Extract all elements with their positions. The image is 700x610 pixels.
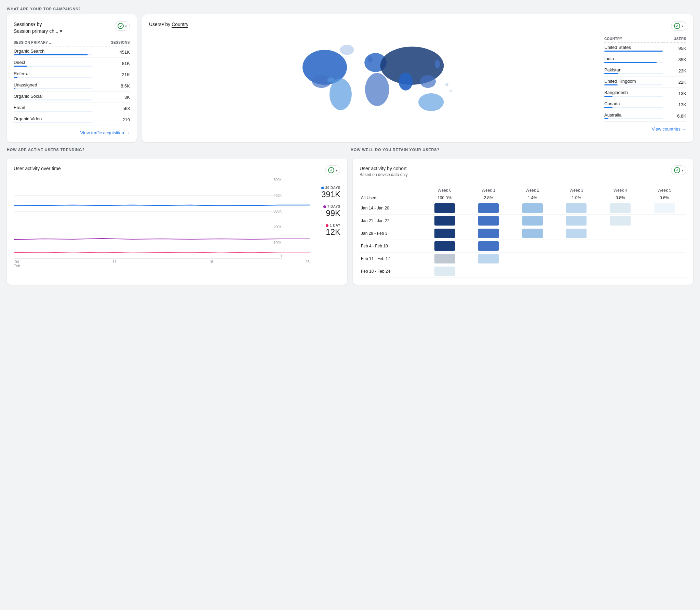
check-icon <box>118 23 124 29</box>
cohort-empty-1-5 <box>642 214 686 227</box>
week1-header: Week 1 <box>467 187 511 194</box>
country-row: Pakistan 23K <box>604 65 686 77</box>
country-value: 6.8K <box>663 110 686 122</box>
campaign-value: 563 <box>92 103 130 114</box>
section1-title: WHAT ARE YOUR TOP CAMPAIGNS? <box>7 7 693 11</box>
all-users-label: All Users <box>360 194 422 202</box>
sessions-label[interactable]: Sessions▾ <box>14 22 36 27</box>
view-countries-link[interactable]: View countries → <box>604 126 686 132</box>
cohort-cell-5-0 <box>422 265 467 277</box>
campaigns-card: Sessions▾ by Session primary ch... ▾ ▾ S… <box>7 14 137 142</box>
cohort-row-label: Feb 18 - Feb 24 <box>360 265 422 277</box>
country-label: India <box>604 54 663 65</box>
chevron-down-icon: ▾ <box>125 24 127 28</box>
legend-7days-label: 7 DAYS <box>323 205 340 208</box>
cohort-cell-0-4 <box>598 202 643 214</box>
country-options-btn[interactable]: ▾ <box>671 21 686 31</box>
campaigns-row: Unassigned 8.6K <box>14 80 130 92</box>
activity-card: User activity over time ▾ 500K 400K 300K… <box>7 159 347 285</box>
country-value: 23K <box>663 65 686 77</box>
campaign-label: Unassigned <box>14 80 92 92</box>
country-row: Canada 13K <box>604 99 686 110</box>
x-label-04: 04 <box>14 260 20 264</box>
cohort-cell-2-1 <box>467 227 511 240</box>
country-label: Australia <box>604 110 663 122</box>
x-label-25: 25 <box>306 260 310 264</box>
country-label: United States <box>604 42 663 54</box>
activity-options-btn[interactable]: ▾ <box>325 165 340 175</box>
all-users-week0: 100.0% <box>422 194 467 202</box>
cohort-empty-4-3 <box>554 252 598 265</box>
campaign-label: Organic Search <box>14 46 92 58</box>
cohort-row-label: Feb 11 - Feb 17 <box>360 252 422 265</box>
cohort-cell-3-0 <box>422 240 467 252</box>
campaign-value: 219 <box>92 114 130 125</box>
purple-dot <box>323 205 326 208</box>
country-table-area: COUNTRY USERS United States 95K India 85… <box>604 36 686 132</box>
cohort-table: Week 0 Week 1 Week 2 Week 3 Week 4 Week … <box>360 187 686 278</box>
week3-header: Week 3 <box>554 187 598 194</box>
cohort-cell-1-1 <box>467 214 511 227</box>
cohort-card-title: User activity by cohort <box>360 165 408 172</box>
cohort-empty-3-5 <box>642 240 686 252</box>
campaigns-row: Organic Video 219 <box>14 114 130 125</box>
legend-items: 30 DAYS 391K 7 DAYS 99K 1 DAY <box>321 186 340 237</box>
map-area <box>149 36 599 132</box>
cohort-empty-3-3 <box>554 240 598 252</box>
week0-header: Week 0 <box>422 187 467 194</box>
campaigns-row: Direct 81K <box>14 58 130 69</box>
cohort-row-label: Jan 28 - Feb 3 <box>360 227 422 240</box>
cohort-empty-5-1 <box>467 265 511 277</box>
country-table: COUNTRY USERS United States 95K India 85… <box>604 36 686 122</box>
x-label-18: 18 <box>209 260 213 264</box>
cohort-row-label: Feb 4 - Feb 10 <box>360 240 422 252</box>
country-dropdown[interactable]: Country <box>172 22 188 28</box>
campaigns-card-title: Sessions▾ by Session primary ch... ▾ <box>14 21 62 35</box>
session-primary-label[interactable]: Session primary ch... ▾ <box>14 28 62 34</box>
blue-dot <box>321 187 324 189</box>
section3-title: HOW WELL DO YOU RETAIN YOUR USERS? <box>351 148 693 152</box>
country-row: India 85K <box>604 54 686 65</box>
col1-header: SESSION PRIMARY ... <box>14 39 92 46</box>
cohort-card-header: User activity by cohort Based on device … <box>360 165 686 182</box>
all-users-week1: 2.8% <box>467 194 511 202</box>
svg-point-4 <box>365 73 389 106</box>
cohort-cell-0-3 <box>554 202 598 214</box>
country-label: United Kingdom <box>604 77 663 88</box>
world-map <box>149 36 599 124</box>
country-col-header: COUNTRY <box>604 36 663 42</box>
chevron-down-icon-3: ▾ <box>336 168 337 172</box>
cohort-card: User activity by cohort Based on device … <box>353 159 693 285</box>
view-traffic-link[interactable]: View traffic acquisition → <box>14 130 130 135</box>
country-row: United Kingdom 22K <box>604 77 686 88</box>
cohort-empty-4-4 <box>598 252 643 265</box>
country-row: United States 95K <box>604 42 686 54</box>
country-value: 13K <box>663 88 686 99</box>
x-sublabel-feb: Feb <box>14 264 20 268</box>
svg-point-13 <box>449 90 452 92</box>
cohort-data-row: Jan 28 - Feb 3 <box>360 227 686 240</box>
legend-7days: 7 DAYS 99K <box>321 205 340 218</box>
cohort-cell-1-3 <box>554 214 598 227</box>
check-icon-3 <box>328 167 334 173</box>
pink-dot <box>326 224 328 227</box>
cohort-all-users-row: All Users100.0%2.8%1.4%1.0%0.8%0.6% <box>360 194 686 202</box>
country-label: Canada <box>604 99 663 110</box>
users-label[interactable]: Users▾ <box>149 22 164 27</box>
campaigns-options-btn[interactable]: ▾ <box>115 21 130 31</box>
all-users-week5: 0.6% <box>642 194 686 202</box>
all-users-week2: 1.4% <box>510 194 554 202</box>
campaign-label: Organic Video <box>14 114 92 125</box>
svg-point-7 <box>420 75 436 88</box>
cohort-cell-3-1 <box>467 240 511 252</box>
campaign-value: 21K <box>92 69 130 80</box>
activity-card-header: User activity over time ▾ <box>14 165 340 175</box>
svg-point-9 <box>340 45 354 55</box>
cohort-cell-0-5 <box>642 202 686 214</box>
country-card-title: Users▾ by Country <box>149 21 188 28</box>
week2-header: Week 2 <box>510 187 554 194</box>
cohort-cell-0-1 <box>467 202 511 214</box>
cohort-cell-1-0 <box>422 214 467 227</box>
x-label-11: 11 <box>112 260 117 264</box>
cohort-options-btn[interactable]: ▾ <box>671 165 686 175</box>
